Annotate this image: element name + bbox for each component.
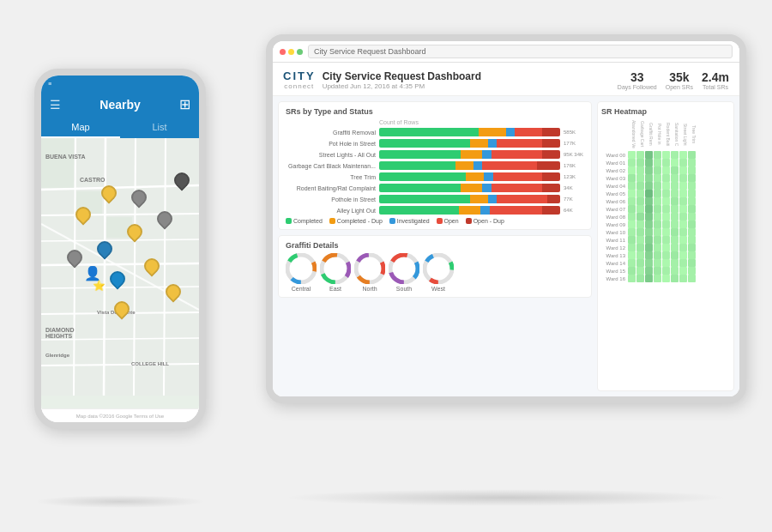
tablet-shadow [283,489,729,506]
bar-legend: Completed Completed - Dup Investigated [286,218,584,224]
heatmap-cell [662,267,670,275]
star-icon[interactable]: ⭐ [93,280,106,292]
heatmap-col-header: Graffiti Rem [646,119,654,149]
heatmap-row: Ward 11 [601,236,730,244]
tablet-screen: City Service Request Dashboard CITY conn… [273,41,739,396]
heatmap-cell [628,236,636,244]
donut-svg [354,253,385,284]
heatmap-cell [636,275,644,282]
legend-completed-dup: Completed - Dup [329,218,383,224]
stat-total-num: 2.4m [702,70,729,84]
phone-status-text: ≡ [48,81,51,87]
stat-total-label: Total SRs [702,84,729,90]
heatmap-cell [662,205,670,213]
phone-map[interactable]: BUENA VISTA CASTRO DIAMONDHEIGHTS Glenri… [41,138,199,408]
bar-segment [497,195,547,203]
heatmap-row: Ward 13 [601,251,730,259]
bar-row-label: Garbage Cart Black Maintenan... [286,163,376,169]
heatmap-cell [628,213,636,221]
heatmap-cell [645,151,653,159]
heatmap-cell [628,251,636,259]
heatmap-cell [671,190,679,197]
phone-filter-icon[interactable]: ⊞ [179,96,190,112]
legend-label-completed: Completed [293,218,323,224]
sr-panel-title: SRs by Type and Status [286,107,584,116]
heatmap-cell [662,244,670,251]
legend-open-dup: Open - Dup [466,218,504,224]
bar-segment [542,184,560,192]
heatmap-cell [671,251,679,259]
heatmap-cell [628,275,636,282]
heatmap-cell [654,205,661,213]
heatmap-cell [654,259,661,267]
legend-label-open-dup: Open - Dup [473,218,504,224]
legend-completed: Completed [286,218,323,224]
heatmap-row: Ward 12 [601,244,730,251]
heatmap-cell [679,267,687,275]
heatmap-cell [654,275,661,282]
heatmap-cell [662,221,670,228]
heatmap-col-header: Tree Trim [689,119,697,149]
phone-tab-map[interactable]: Map [41,118,120,138]
phone-menu-icon[interactable]: ☰ [50,98,61,112]
bar-segment [542,139,560,148]
donut-label: Central [292,286,311,292]
bar-chart: Graffiti Removal585KPot Hole in Street17… [286,128,584,215]
bar-row: Pothole in Street77K [286,195,584,203]
heatmap-row: Ward 01 [601,159,730,166]
heatmap-cell [688,236,696,244]
map-label-castro: CASTRO [80,177,106,183]
heatmap-cell [662,182,670,190]
heatmap-cell [628,197,636,205]
browser-dots [280,49,303,55]
heatmap-cell [671,182,679,190]
graffiti-panel-title: Graffiti Details [286,241,584,250]
donut-item: West [423,253,454,292]
browser-url-bar[interactable]: City Service Request Dashboard [308,45,733,58]
bar-row-label: Pot Hole in Street [286,141,376,147]
legend-dot-completed-dup [329,218,335,224]
heatmap-cell [636,174,644,182]
heatmap-cell [688,213,696,221]
heatmap-cell [645,221,653,228]
stat-days: 33 Days Followed [618,70,657,90]
heatmap-cell [645,190,653,197]
heatmap-cell [662,166,670,174]
donut-svg [320,253,351,284]
heatmap-cell [662,236,670,244]
bar-segment [484,172,493,181]
heatmap-cell [671,151,679,159]
heatmap-cell [671,166,679,174]
heatmap-cell [645,267,653,275]
heatmap-cell [654,159,661,166]
bar-segment [379,128,479,136]
donut-label: East [329,286,341,292]
heatmap-cell [662,159,670,166]
heatmap-cell [671,213,679,221]
heatmap-cell [688,228,696,236]
dashboard-title: City Service Request Dashboard [323,70,618,82]
bar-row-label: Pothole in Street [286,196,376,203]
bar-segment [488,139,498,148]
bar-segment [488,195,498,203]
heatmap-cell [645,251,653,259]
bar-segment [461,150,482,159]
heatmap-cell [645,236,653,244]
heatmap-row: Ward 09 [601,221,730,228]
phone-header-title: Nearby [100,98,140,112]
heatmap-cell [636,205,644,213]
phone-tab-list[interactable]: List [120,118,199,138]
logo-city-text: CITY [283,70,316,82]
bar-segment [470,139,488,148]
heatmap-cell [671,228,679,236]
map-label-glenridge: Glenridge [45,353,69,358]
dash-header: CITY connect City Service Request Dashbo… [273,63,739,96]
bar-segment [542,128,560,136]
heatmap-cell [628,190,636,197]
dash-title-area: City Service Request Dashboard Updated J… [323,70,618,90]
heatmap-cell [636,259,644,267]
heatmap-row: Ward 07 [601,205,730,213]
heatmap-row: Ward 08 [601,213,730,221]
heatmap-cell [628,259,636,267]
heatmap-cell [671,159,679,166]
